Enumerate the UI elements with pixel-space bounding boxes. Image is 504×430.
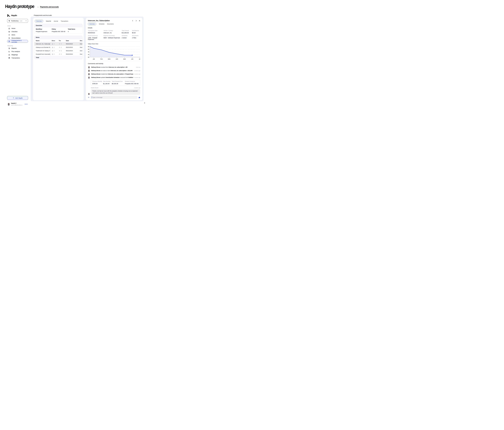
sidebar-item-mappings[interactable]: Mappings bbox=[7, 53, 28, 56]
policy-label: Policy bbox=[52, 28, 68, 30]
sidebar-item-flux-analysis[interactable]: Flux analysis bbox=[7, 50, 28, 53]
field-label: Asset Account (s) bbox=[88, 35, 104, 36]
field-label: Net Balance bbox=[132, 30, 140, 31]
scales-icon bbox=[8, 37, 10, 39]
sidebar-item-label: Reports bbox=[11, 47, 17, 49]
tab-overview[interactable]: Overview bbox=[35, 20, 43, 22]
svg-text:6k: 6k bbox=[88, 49, 89, 50]
panel-tabs: Overview Schedule Documents bbox=[88, 23, 140, 25]
transfer-arrows-icon bbox=[59, 54, 60, 55]
summary-value: Prepaids ASC 350-40 bbox=[125, 83, 139, 84]
avatar bbox=[88, 73, 90, 75]
field-label: Documents bbox=[132, 35, 140, 36]
workspace-mode-badge: Live bbox=[20, 20, 22, 22]
activity-item: Bethany Brown created item Intercom, Inc… bbox=[88, 73, 140, 75]
prev-item-button[interactable] bbox=[132, 20, 134, 21]
item-name: Intercom, Inc. Subscription bbox=[34, 42, 50, 45]
ask-haydn-button[interactable]: Ask Haydn bbox=[7, 96, 28, 100]
col-name: Name bbox=[34, 39, 50, 42]
policy-value: Prepaids ASC 350-40 bbox=[52, 31, 68, 32]
chevron-down-icon bbox=[25, 20, 27, 21]
monkey-icon bbox=[9, 20, 10, 22]
summary-label: Previous Monthly bbox=[92, 81, 103, 82]
transfer-arrows-icon bbox=[59, 43, 60, 45]
breadcrumb-link[interactable]: Payments and accruals bbox=[40, 6, 59, 8]
items-header-row: Name Docs Trx Date Description bbox=[34, 39, 82, 42]
comment-author: Sarah Church bbox=[91, 87, 98, 89]
chart-title: Value Over time bbox=[88, 43, 140, 45]
close-icon[interactable] bbox=[139, 20, 140, 21]
sidebar-item-label: Reconciliation bbox=[11, 37, 21, 39]
table-row[interactable]: Galaxy.co.uk Domain Name 2 2 05/22/2023 … bbox=[34, 46, 82, 49]
summary-label: Total Prorated Cost bbox=[112, 81, 125, 82]
profile-row[interactable]: Sarah C sarah.c@testmonkey.co ●●● bbox=[7, 102, 28, 106]
breadcrumb: → Payments and accruals bbox=[37, 6, 59, 8]
item-description: Domain for bbox=[78, 54, 82, 55]
item-description: Domain for bbox=[78, 43, 82, 45]
sidebar-item-home[interactable]: Home bbox=[7, 27, 28, 30]
total-items-label: Total Items bbox=[68, 28, 81, 30]
transfer-arrows-icon bbox=[59, 50, 60, 52]
table-row[interactable]: Goodwill from Interstellar 2 2 05/22/202… bbox=[34, 53, 82, 56]
table-row[interactable]: Intercom, Inc. Subscription 2 2 05/22/20… bbox=[34, 42, 82, 46]
main-header: Prepayments and Accruals bbox=[34, 14, 52, 16]
brand: Haydn bbox=[7, 14, 28, 17]
svg-text:J23: J23 bbox=[131, 58, 133, 60]
sidebar-item-reconciliation[interactable]: Reconciliation bbox=[7, 37, 28, 39]
sidebar-item-checklist[interactable]: Checklist bbox=[7, 30, 28, 33]
summary-label: Related Guidance bbox=[125, 81, 139, 82]
workspace-switcher[interactable]: TestMonkey Live bbox=[7, 19, 28, 23]
detail-panel: Intercom, Inc. Subscription Overview Sch… bbox=[86, 18, 142, 100]
sidebar-item-transactions[interactable]: Transactions bbox=[7, 56, 28, 59]
comment-bubble: Thanks, we had an issue with the prepaid… bbox=[91, 89, 140, 95]
summary-label: New Monthly bbox=[103, 81, 112, 82]
avatar bbox=[88, 70, 90, 72]
text-cursor bbox=[92, 97, 92, 98]
ask-haydn-label: Ask Haydn bbox=[15, 97, 23, 99]
field-label: Vendor / Contact bbox=[104, 30, 122, 31]
thumbs-up-icon[interactable] bbox=[138, 97, 140, 98]
activity-time: 2 weeks ago bbox=[133, 73, 140, 75]
overview-box-title: Overview bbox=[34, 24, 82, 27]
avatar bbox=[88, 93, 90, 95]
svg-text:2k: 2k bbox=[88, 54, 89, 55]
next-item-button[interactable] bbox=[135, 20, 137, 21]
field-value: 08/28/2023 bbox=[88, 32, 104, 34]
bell-icon bbox=[8, 34, 10, 36]
field-value: Intercom, Inc bbox=[104, 32, 122, 34]
avatar bbox=[7, 103, 10, 105]
add-attachment-icon[interactable] bbox=[88, 97, 90, 98]
activity-item: Bethany Brown revalued item Intercom, In… bbox=[88, 66, 140, 68]
sidebar-item-label: Transactions bbox=[11, 57, 20, 59]
home-icon bbox=[8, 28, 10, 29]
activity-time: Just now bbox=[135, 67, 140, 68]
table-row[interactable]: Trademark for Galaxy Inc. 2 2 05/22/2023… bbox=[34, 49, 82, 53]
trx-count: 2 bbox=[61, 46, 62, 48]
avatar bbox=[88, 66, 90, 68]
inbox-icon bbox=[8, 31, 10, 33]
panel-tab-schedule[interactable]: Schedule bbox=[99, 23, 104, 25]
col-trx: Trx bbox=[57, 40, 64, 41]
tab-journal[interactable]: Journal bbox=[54, 20, 58, 22]
report-doc-icon bbox=[8, 47, 10, 49]
details-grid: Transaction Date08/28/2023 Vendor / Cont… bbox=[88, 30, 140, 40]
comment-time: 2 weeks ago bbox=[134, 87, 140, 88]
col-docs: Docs bbox=[50, 40, 57, 41]
panel-tab-overview[interactable]: Overview bbox=[88, 23, 96, 25]
message-input[interactable]: Type a message bbox=[91, 96, 137, 99]
sidebar-item-prepayments-accruals[interactable]: Prepayments & Accruals bbox=[7, 40, 28, 43]
tab-waterfall[interactable]: Waterfall bbox=[46, 20, 51, 22]
doc-icon bbox=[52, 43, 53, 45]
trx-count: 2 bbox=[61, 50, 62, 52]
field-value: 2 Files bbox=[132, 37, 140, 39]
panel-tab-documents[interactable]: Documents bbox=[107, 23, 114, 25]
sidebar-item-label: Flux analysis bbox=[11, 51, 20, 52]
comments-title: Comments and Activity bbox=[88, 63, 140, 64]
sidebar-item-alerts[interactable]: Alerts bbox=[7, 34, 28, 36]
profile-menu-icon[interactable]: ●●● bbox=[25, 103, 28, 105]
value-chart: 0k2k4k6k8kJ23F23M23A23M23J23J23 bbox=[88, 45, 140, 60]
item-description: Domain for bbox=[78, 50, 82, 52]
sidebar-item-reports[interactable]: Reports bbox=[7, 47, 28, 50]
field-value: 5635 - Software Expenses bbox=[104, 37, 122, 39]
tab-transactions[interactable]: Transactions bbox=[61, 20, 68, 22]
